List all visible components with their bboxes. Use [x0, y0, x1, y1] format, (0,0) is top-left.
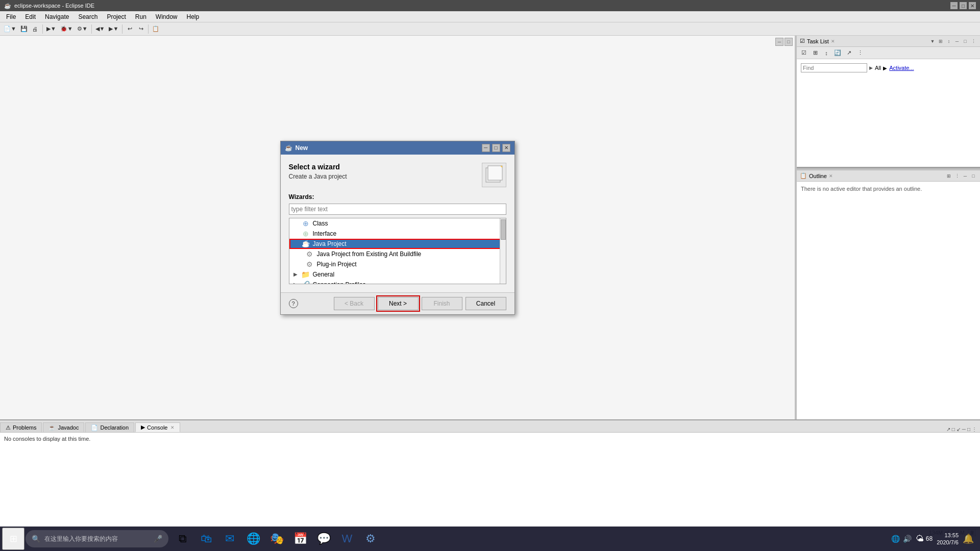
start-button[interactable]: ⊞ — [2, 528, 24, 550]
help-icon[interactable]: ? — [289, 299, 298, 308]
cancel-button[interactable]: Cancel — [465, 297, 506, 310]
word-icon: W — [342, 532, 353, 545]
bottom-tab-controls: ↗ □ ↙ ─ □ ⋮ — [943, 427, 980, 432]
undo-button[interactable]: ↩ — [125, 24, 135, 34]
task-list-collapse[interactable]: ─ — [953, 38, 961, 45]
microphone-icon[interactable]: 🎤 — [154, 535, 162, 543]
task-toolbar-btn1[interactable]: ☑ — [799, 48, 809, 58]
taskbar-eclipse[interactable]: ⚙ — [359, 528, 382, 550]
task-list-ctrl2[interactable]: ↕ — [945, 38, 952, 45]
taskbar-app5[interactable]: 🎭 — [265, 528, 288, 550]
redo-button[interactable]: ↪ — [136, 24, 146, 34]
close-button[interactable]: ✕ — [969, 2, 976, 9]
menu-file[interactable]: File — [2, 12, 20, 21]
weather-icon[interactable]: 🌤 — [916, 534, 924, 543]
all-link[interactable]: All — [875, 65, 881, 71]
taskbar-mail[interactable]: ✉ — [218, 528, 241, 550]
outline-menu[interactable]: ⋮ — [953, 172, 961, 180]
open-task-button[interactable]: 📋 — [151, 24, 161, 34]
menu-project[interactable]: Project — [103, 12, 130, 21]
console-close-icon[interactable]: ✕ — [170, 425, 175, 430]
list-item-interface[interactable]: ⊕ Interface — [289, 229, 506, 239]
task-toolbar-btn3[interactable]: ↕ — [821, 48, 831, 58]
task-list-menu[interactable]: ⋮ — [970, 38, 977, 45]
task-list-toolbar: ☑ ⊞ ↕ 🔄 ↗ ⋮ — [797, 47, 980, 59]
bottom-panel-ctrl3[interactable]: ↙ — [957, 427, 961, 432]
list-item-java-ant[interactable]: ⚙ Java Project from Existing Ant Buildfi… — [289, 249, 506, 259]
bottom-panel-collapse[interactable]: ─ — [962, 427, 966, 432]
taskbar-chrome[interactable]: 🌐 — [242, 528, 264, 550]
task-list-ctrl1[interactable]: ⊞ — [937, 38, 944, 45]
menu-window[interactable]: Window — [152, 12, 182, 21]
list-item-class[interactable]: ⊕ Class — [289, 218, 506, 229]
print-button[interactable]: 🖨 — [30, 24, 40, 34]
volume-icon[interactable]: 🔊 — [903, 535, 912, 543]
bottom-panel-maximize[interactable]: □ — [967, 427, 970, 432]
outline-maximize[interactable]: □ — [970, 172, 977, 180]
new-button[interactable]: 📄▼ — [2, 24, 18, 34]
bottom-panel-ctrl1[interactable]: ↗ — [946, 427, 950, 432]
taskbar-task-view[interactable]: ⧉ — [172, 528, 194, 550]
menu-navigate[interactable]: Navigate — [41, 12, 73, 21]
wizard-list: ⊕ Class ⊕ Interface ☕ Java Project — [289, 218, 506, 284]
task-list-panel: ☑ Task List ✕ ▼ ⊞ ↕ ─ □ ⋮ ☑ ⊞ ↕ 🔄 ↗ — [797, 36, 980, 168]
list-scrollbar[interactable] — [500, 218, 506, 284]
task-find-input[interactable] — [801, 63, 867, 72]
taskbar-word[interactable]: W — [336, 528, 358, 550]
task-list-maximize[interactable]: □ — [962, 38, 969, 45]
tab-declaration[interactable]: 📄 Declaration — [85, 422, 134, 432]
svg-rect-1 — [488, 166, 502, 180]
list-item-general[interactable]: ▶ 📁 General — [289, 269, 506, 280]
bottom-panel-menu[interactable]: ⋮ — [972, 427, 977, 432]
task-list-new-btn[interactable]: ▼ — [929, 38, 936, 45]
save-button[interactable]: 💾 — [19, 24, 29, 34]
list-scrollbar-thumb[interactable] — [501, 219, 506, 240]
task-toolbar-btn4[interactable]: 🔄 — [832, 48, 843, 58]
list-item-java-project[interactable]: ☕ Java Project — [289, 239, 506, 249]
debug-button[interactable]: 🐞▼ — [59, 24, 75, 34]
back-button[interactable]: ◀▼ — [94, 24, 107, 34]
outline-ctrl1[interactable]: ⊞ — [945, 172, 952, 180]
menu-search[interactable]: Search — [74, 12, 102, 21]
sys-icons: 🌐 🔊 — [891, 535, 912, 543]
list-item-conn-profiles[interactable]: ▶ 🔗 Connection Profiles — [289, 280, 506, 284]
modal-close-button[interactable]: ✕ — [502, 144, 510, 152]
taskbar-wechat[interactable]: 💬 — [312, 528, 335, 550]
task-toolbar-btn6[interactable]: ⋮ — [855, 48, 865, 58]
maximize-button[interactable]: □ — [960, 2, 967, 9]
network-icon[interactable]: 🌐 — [891, 535, 900, 543]
task-toolbar-btn5[interactable]: ↗ — [844, 48, 854, 58]
next-button[interactable]: Next > — [378, 297, 419, 310]
activate-link[interactable]: Activate... — [889, 65, 914, 71]
notification-icon[interactable]: 🔔 — [963, 533, 974, 544]
list-item-conn-label: Connection Profiles — [313, 281, 366, 284]
wizard-filter-input[interactable] — [289, 204, 506, 215]
taskbar-store[interactable]: 🛍 — [195, 528, 217, 550]
tab-javadoc[interactable]: ☕ Javadoc — [43, 422, 84, 432]
calendar-icon: 📅 — [293, 532, 307, 545]
tab-console[interactable]: ▶ Console ✕ — [135, 422, 180, 432]
run-button[interactable]: ▶▼ — [45, 24, 58, 34]
modal-minimize-button[interactable]: ─ — [482, 144, 490, 152]
outline-collapse[interactable]: ─ — [962, 172, 969, 180]
taskbar-search-text: 在这里输入你要搜索的内容 — [44, 535, 118, 543]
menu-edit[interactable]: Edit — [21, 12, 40, 21]
taskbar-search-box[interactable]: 🔍 在这里输入你要搜索的内容 🎤 — [26, 530, 168, 547]
taskbar-clock[interactable]: 13:55 2020/7/6 — [937, 532, 959, 546]
menu-run[interactable]: Run — [131, 12, 151, 21]
toolbar-separator-4 — [148, 24, 149, 34]
taskbar-search-icon: 🔍 — [32, 535, 40, 543]
finish-button[interactable]: Finish — [422, 297, 462, 310]
list-item-general-label: General — [313, 271, 335, 278]
taskbar-calendar[interactable]: 📅 — [289, 528, 311, 550]
minimize-button[interactable]: ─ — [950, 2, 958, 9]
menu-help[interactable]: Help — [183, 12, 204, 21]
list-item-plugin[interactable]: ⚙ Plug-in Project — [289, 259, 506, 269]
bottom-panel-ctrl2[interactable]: □ — [952, 427, 955, 432]
tab-problems[interactable]: ⚠ Problems — [0, 422, 42, 432]
external-tools-button[interactable]: ⚙▼ — [76, 24, 89, 34]
forward-button[interactable]: ▶▼ — [107, 24, 120, 34]
modal-maximize-button[interactable]: □ — [492, 144, 500, 152]
task-toolbar-btn2[interactable]: ⊞ — [810, 48, 820, 58]
back-button[interactable]: < Back — [334, 297, 375, 310]
